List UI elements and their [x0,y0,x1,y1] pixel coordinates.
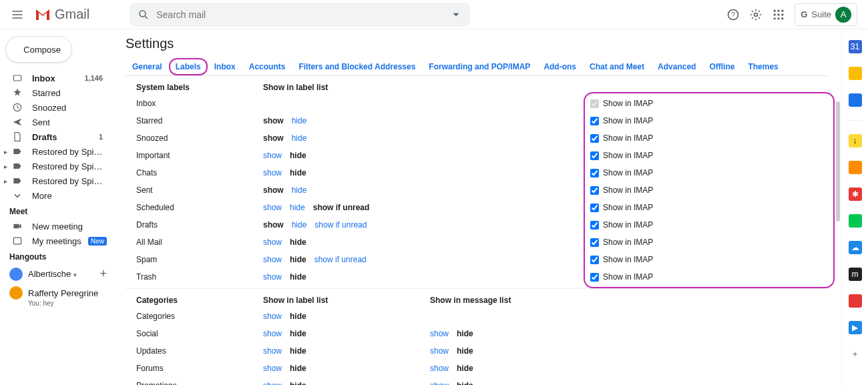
sidebar-item-more[interactable]: More [0,188,112,203]
option-hide[interactable]: hide [292,220,307,230]
option-show[interactable]: show [430,329,449,338]
sidebar-item-snoozed[interactable]: Snoozed [0,100,112,115]
imap-checkbox[interactable] [590,151,599,160]
sidebar-item-starred[interactable]: Starred [0,85,112,100]
option-hide[interactable]: hide [290,329,306,338]
option-hide[interactable]: hide [290,238,306,247]
option-show[interactable]: show [430,364,449,373]
option-hide[interactable]: hide [457,329,473,338]
tab-advanced[interactable]: Advanced [651,58,702,75]
sidebar-item-sent[interactable]: Sent [0,115,112,129]
option-show[interactable]: show [263,220,284,230]
option-show[interactable]: show [263,255,282,264]
imap-checkbox[interactable] [590,256,599,264]
chevron-right-icon[interactable]: ▸ [4,163,11,170]
option-show[interactable]: show [263,238,282,247]
option-show[interactable]: show [263,272,282,282]
option-show[interactable]: show [263,151,282,160]
download-addon-icon[interactable]: ↓ [849,134,862,147]
option-hide[interactable]: hide [292,185,307,195]
tab-offline[interactable]: Offline [702,58,741,75]
tab-themes[interactable]: Themes [741,58,785,75]
option-show[interactable]: show [263,116,284,125]
video-addon-icon[interactable]: ▶ [849,321,862,334]
gsuite-badge[interactable]: G Suite A [795,3,857,26]
imap-checkbox[interactable] [590,273,599,282]
sidebar-item-drafts[interactable]: Drafts1 [0,129,112,144]
menu-icon[interactable] [11,8,24,21]
add-contact-icon[interactable]: + [99,267,107,281]
option-show[interactable]: show [263,203,282,212]
option-hide[interactable]: hide [457,346,473,356]
add-addon-icon[interactable]: + [849,348,862,361]
search-dropdown-icon[interactable] [450,9,462,21]
settings-gear-icon[interactable] [749,8,763,21]
imap-checkbox[interactable] [590,186,599,195]
keep-addon-icon[interactable] [849,67,862,80]
option-hide[interactable]: hide [457,381,473,385]
option-hide[interactable]: hide [292,116,307,125]
option-hide[interactable]: hide [290,168,306,177]
tab-labels[interactable]: Labels [169,58,208,75]
option-show[interactable]: show [263,133,284,143]
option-show[interactable]: show [263,381,282,385]
calendar-addon-icon[interactable]: 31 [849,40,862,53]
apps-grid-icon[interactable] [772,8,785,21]
tab-filters-and-blocked-addresses[interactable]: Filters and Blocked Addresses [292,58,422,75]
sidebar-item-restored-by-spinbackup-[interactable]: ▸Restored by Spinbackup... [0,159,112,173]
option-show[interactable]: show [263,329,282,338]
meet-item-my-meetings[interactable]: My meetingsNew [0,234,112,248]
option-show[interactable]: show [263,312,282,321]
account-avatar[interactable]: A [835,7,851,23]
green-addon-icon[interactable] [849,214,862,228]
chevron-right-icon[interactable]: ▸ [4,148,11,155]
sidebar-item-inbox[interactable]: Inbox1,146 [0,71,112,85]
search-input[interactable] [156,9,450,20]
option-hide[interactable]: hide [290,346,306,356]
tasks-addon-icon[interactable] [849,93,862,107]
meet-item-new-meeting[interactable]: New meeting [0,219,112,234]
star-addon-icon[interactable]: ✱ [849,187,862,201]
imap-checkbox[interactable] [590,134,599,143]
option-show[interactable]: show [263,346,282,356]
imap-checkbox[interactable] [590,221,599,230]
sidebar-item-restored-by-spinbackup-[interactable]: ▸Restored by Spinbackup... [0,144,112,159]
option-show[interactable]: show [263,364,282,373]
chevron-right-icon[interactable]: ▸ [4,177,11,185]
tab-accounts[interactable]: Accounts [242,58,292,75]
option-hide[interactable]: hide [290,151,306,160]
option-hide[interactable]: hide [290,255,306,264]
help-icon[interactable]: ? [726,8,740,21]
imap-checkbox[interactable] [590,169,599,177]
cloud-addon-icon[interactable]: ☁ [849,241,862,254]
compose-button[interactable]: Compose [5,36,72,63]
option-show[interactable]: show [430,346,449,356]
hangout-contact[interactable]: Albertische ▾+ [0,264,112,284]
option-show-if-unread[interactable]: show if unread [313,203,370,212]
m-addon-icon[interactable]: m [849,268,862,281]
red-addon-icon[interactable] [849,294,862,308]
scrollbar[interactable] [836,101,840,222]
option-hide[interactable]: hide [290,381,306,385]
option-show[interactable]: show [263,185,284,195]
tab-general[interactable]: General [126,58,169,75]
imap-checkbox[interactable] [590,117,599,125]
sidebar-item-restored-by-spinbackup-[interactable]: ▸Restored by Spinbackup... [0,173,112,188]
option-show-if-unread[interactable]: show if unread [314,220,367,230]
tab-forwarding-and-pop-imap[interactable]: Forwarding and POP/IMAP [422,58,537,75]
option-hide[interactable]: hide [290,312,306,321]
tab-add-ons[interactable]: Add-ons [537,58,583,75]
option-hide[interactable]: hide [292,133,307,143]
option-show[interactable]: show [263,168,282,177]
option-show[interactable]: show [430,381,449,385]
imap-checkbox[interactable] [590,204,599,212]
search-bar[interactable] [130,3,470,27]
imap-checkbox[interactable] [590,99,599,108]
tab-chat-and-meet[interactable]: Chat and Meet [583,58,651,75]
option-hide[interactable]: hide [290,203,305,212]
shield-addon-icon[interactable] [849,161,862,174]
tab-inbox[interactable]: Inbox [208,58,242,75]
option-show-if-unread[interactable]: show if unread [314,255,367,264]
option-hide[interactable]: hide [290,272,306,282]
imap-checkbox[interactable] [590,238,599,247]
